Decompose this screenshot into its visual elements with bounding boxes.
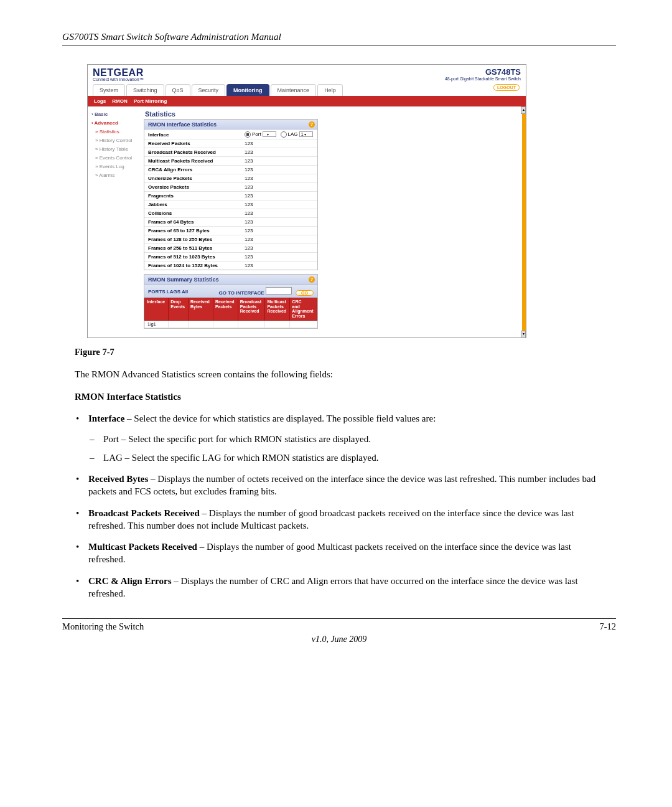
section-heading: RMON Interface Statistics (75, 392, 604, 402)
stat-value: 123 (245, 167, 314, 172)
stat-value: 123 (245, 245, 314, 251)
stat-label: Frames of 64 Bytes (148, 219, 245, 225)
main-pane: ▴ Statistics RMON Interface Statistics ?… (142, 106, 526, 337)
stat-label: Received Packets (148, 141, 245, 146)
sidebar-item-alarms[interactable]: » Alarms (90, 171, 140, 180)
page-header: GS700TS Smart Switch Software Administra… (62, 31, 616, 45)
stat-row: Fragments123 (144, 191, 317, 200)
sub-bullet: Port – Select the specific port for whic… (103, 433, 604, 445)
stat-label: Oversize Packets (148, 184, 245, 190)
table-header: CRCandAlignmentErrors (290, 298, 317, 321)
stat-value: 123 (245, 263, 314, 268)
sidebar-item-events-control[interactable]: » Events Control (90, 154, 140, 163)
subnav-rmon[interactable]: RMON (112, 98, 127, 104)
stat-value: 123 (245, 158, 314, 164)
table-header: Interface (145, 298, 169, 321)
stat-label: Broadcast Packets Received (148, 149, 245, 155)
stat-row: Frames of 1024 to 1522 Bytes123 (144, 261, 317, 270)
product-desc: 48-port Gigabit Stackable Smart Switch (445, 77, 521, 81)
lag-select[interactable]: 1 (299, 131, 313, 137)
stat-row: Frames of 512 to 1023 Bytes123 (144, 252, 317, 261)
stat-value: 123 (245, 149, 314, 155)
table-header: DropEvents (169, 298, 189, 321)
product-box: GS748TS 48-port Gigabit Stackable Smart … (445, 67, 521, 81)
subnav-logs[interactable]: Logs (94, 98, 106, 104)
sidebar-item-history-table[interactable]: » History Table (90, 145, 140, 154)
go-button[interactable]: GO (296, 290, 314, 296)
stat-row: Broadcast Packets Received123 (144, 148, 317, 156)
rmon-interface-panel: RMON Interface Statistics ? Interface Po… (144, 119, 318, 270)
stat-row: Collisions123 (144, 209, 317, 217)
stat-row: Frames of 64 Bytes123 (144, 217, 317, 226)
logout-button[interactable]: LOGOUT (493, 84, 520, 91)
ports-lags-all[interactable]: PORTS LAGS All (148, 289, 188, 295)
netgear-logo: NETGEAR (93, 67, 144, 78)
scroll-down-icon[interactable]: ▾ (521, 331, 526, 338)
stat-label: Frames of 512 to 1023 Bytes (148, 254, 245, 260)
sidebar-item-history-control[interactable]: » History Control (90, 136, 140, 145)
stat-label: Undersize Packets (148, 176, 245, 181)
lag-radio[interactable] (281, 131, 287, 138)
page-footer: Monitoring the Switch 7-12 (62, 618, 616, 632)
stat-value: 123 (245, 184, 314, 190)
goto-interface-input[interactable] (266, 287, 292, 295)
sidebar-item-basic[interactable]: › Basic (90, 110, 140, 119)
goto-interface-group: GO TO INTERFACE GO (218, 287, 314, 296)
footer-version: v1.0, June 2009 (62, 635, 616, 644)
stat-row: Jabbers123 (144, 200, 317, 209)
footer-left: Monitoring the Switch (62, 621, 144, 632)
stat-row: Frames of 256 to 511 Bytes123 (144, 243, 317, 252)
stat-row: Undersize Packets123 (144, 174, 317, 182)
main-tabs: System Switching QoS Security Monitoring… (88, 82, 526, 96)
sub-nav: Logs RMON Port Mirroring (88, 96, 526, 106)
stat-label: Frames of 65 to 127 Bytes (148, 228, 245, 234)
port-radio[interactable] (245, 131, 251, 138)
stat-row: Frames of 128 to 255 Bytes123 (144, 235, 317, 243)
bullet-item: Broadcast Packets Received – Displays th… (88, 507, 604, 532)
tab-help[interactable]: Help (317, 84, 343, 96)
sidebar: › Basic › Advanced » Statistics » Histor… (88, 106, 142, 337)
bullet-item: Interface – Select the device for which … (88, 412, 604, 464)
rmon-interface-heading: RMON Interface Statistics ? (144, 120, 317, 130)
stat-label: Jabbers (148, 202, 245, 207)
summary-table: InterfaceDropEventsReceivedBytesReceived… (144, 298, 317, 328)
stat-value: 123 (245, 202, 314, 207)
stat-value: 123 (245, 219, 314, 225)
panel-title: Statistics (145, 110, 517, 118)
stat-label: Frames of 128 to 255 Bytes (148, 237, 245, 242)
netgear-tagline: Connect with Innovation™ (93, 77, 144, 82)
bullet-item: Received Bytes – Displays the number of … (88, 473, 604, 498)
stat-label: Frames of 256 to 511 Bytes (148, 245, 245, 251)
stat-value: 123 (245, 141, 314, 146)
tab-monitoring[interactable]: Monitoring (226, 84, 269, 96)
tab-switching[interactable]: Switching (126, 84, 164, 96)
interface-label: Interface (148, 132, 245, 138)
stat-value: 123 (245, 210, 314, 216)
scroll-up-icon[interactable]: ▴ (521, 106, 526, 114)
stat-value: 123 (245, 176, 314, 181)
stat-label: Multicast Packets Received (148, 158, 245, 164)
tab-system[interactable]: System (93, 84, 125, 96)
sidebar-item-events-log[interactable]: » Events Log (90, 163, 140, 171)
table-header: BroadcastPacketsReceived (238, 298, 265, 321)
table-row[interactable]: 1/g1 (145, 320, 317, 328)
tab-qos[interactable]: QoS (166, 84, 190, 96)
stat-label: CRC& Align Errors (148, 167, 245, 172)
help-icon[interactable]: ? (309, 276, 315, 283)
stat-row: CRC& Align Errors123 (144, 165, 317, 174)
stat-label: Collisions (148, 210, 245, 216)
brand-block: NETGEAR Connect with Innovation™ (93, 67, 144, 82)
help-icon[interactable]: ? (309, 121, 315, 128)
tab-security[interactable]: Security (192, 84, 226, 96)
tab-maintenance[interactable]: Maintenance (271, 84, 317, 96)
port-select[interactable] (263, 131, 276, 137)
stat-row: Received Packets123 (144, 139, 317, 148)
rmon-summary-panel: RMON Summary Statistics ? PORTS LAGS All… (144, 274, 318, 329)
stat-row: Oversize Packets123 (144, 182, 317, 191)
table-header: MulticastPacketsReceived (265, 298, 290, 321)
sidebar-item-statistics[interactable]: » Statistics (90, 128, 140, 136)
subnav-port-mirroring[interactable]: Port Mirroring (134, 98, 167, 104)
sub-bullet: LAG – Select the specific LAG for which … (103, 451, 604, 464)
sidebar-item-advanced[interactable]: › Advanced (90, 119, 140, 128)
stat-value: 123 (245, 193, 314, 199)
